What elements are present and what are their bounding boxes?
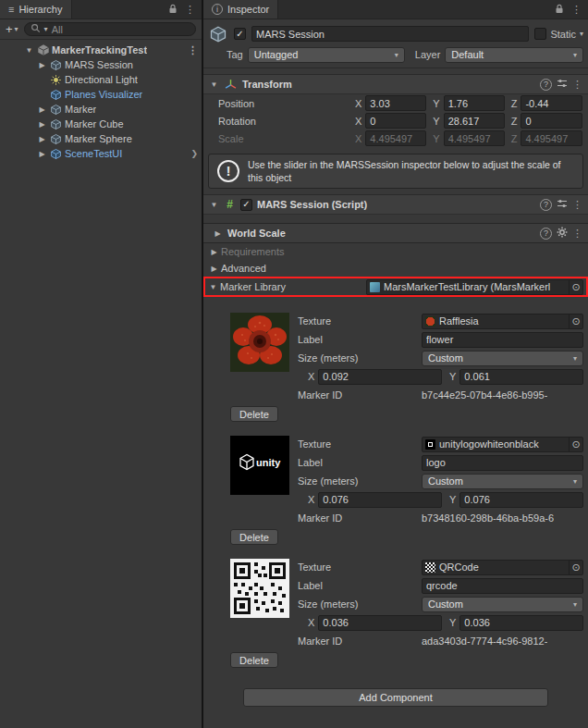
size-mode-value: Custom (428, 598, 569, 610)
help-icon[interactable]: ? (540, 199, 552, 211)
texture-object-field[interactable]: unitylogowhiteonblack⊙ (422, 437, 583, 452)
foldout-closed-icon[interactable]: ▶ (37, 105, 47, 114)
marker-library-row: ▼ Marker Library MarsMarkerTestLibrary (… (203, 277, 588, 297)
marker-library-object-field[interactable]: MarsMarkerTestLibrary (MarsMarkerl ⊙ (366, 279, 583, 295)
active-checkbox[interactable]: ✓ (234, 28, 246, 40)
hierarchy-item-marker-sphere[interactable]: ▶ Marker Sphere (0, 131, 202, 146)
hierarchy-tree: ▼ MarkerTrackingTest ⋮ ▶ MARS Session Di… (0, 40, 202, 161)
label-field[interactable] (422, 578, 583, 594)
scene-menu-icon[interactable]: ⋮ (188, 44, 198, 56)
label-field[interactable] (422, 332, 583, 348)
position-row: Position X Y Z (203, 94, 588, 112)
delete-marker-button[interactable]: Delete (230, 652, 278, 668)
x-axis-label: X (308, 371, 314, 382)
hierarchy-item-scenetestui[interactable]: ▶ SceneTestUI ❯ (0, 146, 202, 161)
foldout-open-icon[interactable]: ▼ (209, 80, 219, 89)
gameobject-name-field[interactable] (251, 26, 529, 42)
advanced-foldout[interactable]: ▶ Advanced (203, 260, 588, 277)
world-scale-header[interactable]: ▶ World Scale ? ⋮ (203, 223, 588, 243)
static-dropdown-chevron-icon[interactable]: ▾ (580, 30, 583, 38)
foldout-closed-icon[interactable]: ▶ (37, 120, 47, 129)
static-checkbox[interactable] (534, 28, 546, 40)
layer-dropdown[interactable]: Default ▾ (445, 47, 583, 63)
add-gameobject-button[interactable]: + ▾ (6, 23, 18, 35)
prefab-open-chevron-icon[interactable]: ❯ (190, 149, 198, 158)
tab-inspector[interactable]: i Inspector (203, 0, 278, 19)
delete-marker-button[interactable]: Delete (230, 529, 278, 545)
hierarchy-item-mars-session[interactable]: ▶ MARS Session (0, 57, 202, 72)
transform-component-header[interactable]: ▼ Transform ? ⋮ (203, 74, 588, 94)
size-x-field[interactable] (318, 615, 442, 631)
size-mode-dropdown[interactable]: Custom▾ (422, 597, 583, 612)
transform-icon (224, 78, 238, 92)
size-y-field[interactable] (459, 492, 583, 508)
foldout-open-icon[interactable]: ▼ (209, 201, 219, 209)
rotation-y-field[interactable] (444, 113, 505, 129)
rotation-z-field[interactable] (521, 113, 582, 129)
size-y-field[interactable] (459, 369, 583, 385)
presets-icon[interactable] (557, 78, 568, 91)
lock-icon[interactable] (555, 4, 564, 16)
help-icon[interactable]: ? (540, 228, 552, 240)
delete-marker-button[interactable]: Delete (230, 406, 278, 422)
hierarchy-item-marker-cube[interactable]: ▶ Marker Cube (0, 117, 202, 131)
position-y-field[interactable] (444, 95, 505, 111)
size-x-field[interactable] (318, 369, 442, 385)
inspector-menu-icon[interactable]: ⋮ (571, 4, 582, 16)
marker-library-asset-icon (370, 282, 380, 292)
texture-object-field[interactable]: Rafflesia⊙ (422, 314, 583, 329)
size-mode-dropdown[interactable]: Custom▾ (422, 351, 583, 366)
foldout-closed-icon[interactable]: ▶ (37, 61, 47, 69)
label-label: Label (298, 457, 422, 468)
foldout-closed-icon[interactable]: ▶ (213, 229, 223, 238)
size-mode-dropdown[interactable]: Custom▾ (422, 474, 583, 489)
scale-help-box: ! Use the slider in the MARSSession insp… (208, 154, 583, 189)
hierarchy-item-directional-light[interactable]: Directional Light (0, 72, 202, 87)
marker-texture-thumbnail (230, 313, 289, 372)
item-label: SceneTestUI (65, 148, 122, 159)
gear-icon[interactable] (557, 227, 568, 240)
component-menu-icon[interactable]: ⋮ (572, 199, 582, 211)
label-field[interactable] (422, 455, 583, 471)
lock-icon[interactable] (168, 4, 178, 16)
object-picker-icon[interactable]: ⊙ (569, 315, 582, 328)
tab-hierarchy[interactable]: ≡ Hierarchy (0, 0, 72, 19)
scene-row-markertrackingtest[interactable]: ▼ MarkerTrackingTest ⋮ (0, 43, 202, 57)
mars-session-script-header[interactable]: ▼ # ✓ MARS Session (Script) ? ⋮ (203, 194, 588, 215)
hierarchy-search-input[interactable]: ▾ All (24, 22, 196, 36)
size-y-field[interactable] (459, 615, 583, 631)
gameobject-icon[interactable] (208, 24, 228, 44)
static-toggle[interactable]: Static ▾ (534, 28, 583, 40)
component-menu-icon[interactable]: ⋮ (572, 79, 582, 91)
presets-icon[interactable] (557, 198, 568, 211)
section-menu-icon[interactable]: ⋮ (572, 228, 582, 240)
hierarchy-item-marker[interactable]: ▶ Marker (0, 102, 202, 117)
object-picker-icon[interactable]: ⊙ (569, 438, 582, 451)
rotation-row: Rotation X Y Z (203, 112, 588, 130)
x-axis-label: X (308, 494, 314, 505)
foldout-closed-icon[interactable]: ▶ (37, 135, 47, 143)
rotation-x-field[interactable] (365, 113, 426, 129)
hierarchy-menu-icon[interactable]: ⋮ (185, 4, 195, 16)
object-picker-icon[interactable]: ⊙ (569, 280, 582, 294)
texture-label: Texture (298, 561, 422, 573)
add-button-label: + (6, 23, 13, 35)
texture-object-field[interactable]: QRCode⊙ (422, 560, 583, 575)
foldout-open-icon[interactable]: ▼ (208, 283, 218, 291)
component-enabled-checkbox[interactable]: ✓ (240, 199, 252, 211)
hierarchy-tab-label: Hierarchy (18, 4, 62, 15)
size-x-field[interactable] (318, 492, 442, 508)
world-scale-label: World Scale (227, 228, 286, 239)
size-mode-value: Custom (428, 352, 569, 364)
tag-dropdown[interactable]: Untagged ▾ (248, 47, 405, 63)
help-icon[interactable]: ? (540, 79, 552, 91)
hierarchy-item-planes-visualizer[interactable]: Planes Visualizer (0, 87, 202, 102)
marker-texture-thumbnail: unity (230, 436, 289, 495)
foldout-open-icon[interactable]: ▼ (24, 46, 34, 55)
add-component-button[interactable]: Add Component (243, 688, 548, 707)
position-x-field[interactable] (365, 95, 426, 111)
position-z-field[interactable] (521, 95, 582, 111)
requirements-foldout[interactable]: ▶ Requirements (203, 243, 588, 260)
object-picker-icon[interactable]: ⊙ (569, 561, 582, 574)
foldout-closed-icon[interactable]: ▶ (37, 150, 47, 158)
